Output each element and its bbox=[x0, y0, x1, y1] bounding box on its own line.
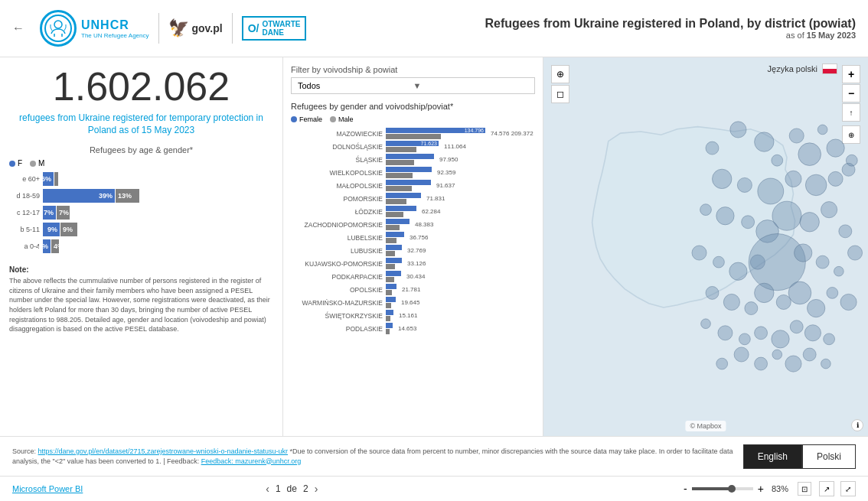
voiv-name: POMORSKIE bbox=[291, 195, 383, 203]
map-bubble bbox=[824, 333, 835, 345]
voiv-row: LUBUSKIE 32.769 bbox=[291, 245, 535, 256]
voiv-name: OPOLSKIE bbox=[291, 286, 383, 294]
note-title: Note: bbox=[9, 265, 273, 274]
female-dot bbox=[9, 161, 15, 167]
voiv-bar-group bbox=[386, 193, 421, 204]
map-bubble bbox=[700, 204, 712, 216]
map-info-button[interactable]: ℹ bbox=[851, 419, 863, 431]
voiv-total: 19.645 bbox=[401, 299, 419, 306]
map-bubble bbox=[776, 294, 791, 309]
unhcr-name: UNHCR bbox=[81, 18, 149, 32]
voiv-male-bar bbox=[386, 290, 392, 295]
age-bars-container: e 60+ 6% d 18-59 39% 13% bbox=[9, 172, 273, 253]
map-bubble bbox=[713, 256, 725, 268]
zoom-level: 83% bbox=[772, 484, 788, 493]
fit-to-screen-button[interactable]: ⊡ bbox=[798, 482, 811, 496]
map-bubble bbox=[701, 319, 711, 329]
total-pages: 2 bbox=[303, 483, 308, 494]
subtitle-text: as of bbox=[786, 31, 804, 40]
map-bubble bbox=[846, 155, 857, 166]
unhcr-emblem bbox=[40, 10, 77, 47]
voiv-name: LUBUSKIE bbox=[291, 247, 383, 255]
voiv-male-legend: Male bbox=[330, 115, 354, 123]
age-row: c 12-17 7% 7% bbox=[9, 206, 273, 220]
voiv-row: ŁÓDZKIE 62.284 bbox=[291, 206, 535, 217]
map-bubble bbox=[817, 125, 827, 135]
voiv-bars-container: MAZOWIECKIE 134.796 74.576 209.372 DOLNO… bbox=[291, 128, 535, 428]
map-bubble bbox=[755, 327, 768, 340]
unhcr-text: UNHCR The UN Refugee Agency bbox=[81, 18, 149, 39]
age-row: b 5-11 9% 9% bbox=[9, 223, 273, 236]
voiv-male-bar bbox=[386, 212, 403, 217]
share-icons: ↗ ⤢ bbox=[819, 481, 856, 496]
voiv-total: 32.769 bbox=[407, 247, 426, 254]
pagination: ‹ 1 de 2 › bbox=[266, 483, 318, 495]
share-button[interactable]: ↗ bbox=[819, 481, 834, 496]
voiv-row: MAŁOPOLSKIE 91.637 bbox=[291, 180, 535, 191]
back-arrow-icon[interactable]: ← bbox=[12, 21, 24, 35]
voiv-row: OPOLSKIE 21.781 bbox=[291, 284, 535, 295]
language-area: Języka polski bbox=[768, 63, 837, 74]
voiv-female-bar bbox=[386, 154, 434, 159]
map-bubble bbox=[808, 299, 825, 317]
map-bubble bbox=[785, 171, 801, 187]
source-link[interactable]: https://dane.gov.pl/en/dataset/2715,zare… bbox=[38, 447, 289, 455]
powerbi-link[interactable]: Microsoft Power BI bbox=[12, 484, 83, 493]
filter-value: Todos bbox=[298, 81, 413, 90]
map-bubble bbox=[755, 283, 774, 302]
voiv-female-bar: 134.796 bbox=[386, 128, 485, 133]
map-visualization bbox=[543, 57, 868, 436]
map-bubble bbox=[805, 174, 827, 196]
map-bubble bbox=[716, 207, 734, 225]
voiv-row: ZACHODNIOPOMORSKIE 48.383 bbox=[291, 219, 535, 230]
gender-legend: F M bbox=[9, 159, 273, 168]
voiv-female-legend: Female bbox=[291, 115, 322, 123]
zoom-plus[interactable]: + bbox=[758, 483, 764, 495]
fullscreen-button[interactable]: ⤢ bbox=[840, 481, 856, 496]
voiv-total: 30.434 bbox=[406, 273, 425, 280]
voiv-female-bar bbox=[386, 206, 416, 211]
filter-label: Filter by voivodship & powiat bbox=[291, 65, 535, 74]
next-page-button[interactable]: › bbox=[315, 483, 318, 495]
voiv-row: WIELKOPOLSKIE 92.359 bbox=[291, 167, 535, 178]
map-bubble bbox=[758, 178, 784, 204]
map-bubble bbox=[839, 225, 852, 238]
voiv-total: 15.161 bbox=[399, 312, 417, 319]
polski-button[interactable]: Polski bbox=[802, 444, 856, 469]
male-bar: 7% bbox=[57, 206, 70, 220]
unhcr-sub: The UN Refugee Agency bbox=[81, 32, 149, 39]
voiv-male-dot bbox=[330, 116, 336, 122]
prev-page-button[interactable]: ‹ bbox=[266, 483, 269, 495]
zoom-thumb[interactable] bbox=[728, 485, 736, 493]
voiv-female-bar bbox=[386, 271, 401, 276]
female-legend: F bbox=[9, 159, 22, 168]
english-button[interactable]: English bbox=[743, 444, 802, 469]
zoom-minus[interactable]: - bbox=[684, 483, 687, 495]
map-bubble bbox=[712, 169, 731, 188]
map-bubble bbox=[785, 356, 801, 372]
voiv-bar-group bbox=[386, 323, 393, 334]
male-bar: 9% bbox=[60, 223, 77, 236]
map-bubble bbox=[723, 294, 739, 310]
map-bubble bbox=[772, 330, 789, 348]
note-section: Note: The above reflects the cummulative… bbox=[9, 265, 273, 334]
voiv-bar-group bbox=[386, 167, 432, 178]
otwarte-dane-logo: O/ OTWARTEDANE bbox=[242, 16, 307, 41]
voiv-row: KUJAWSKO-POMORSKIE 33.126 bbox=[291, 258, 535, 269]
voiv-row: POMORSKIE 71.831 bbox=[291, 193, 535, 204]
zoom-slider[interactable] bbox=[692, 487, 753, 490]
map-bubble bbox=[821, 359, 831, 369]
voiv-total: 74.576 209.372 bbox=[491, 130, 534, 137]
govpl-logo: 🦅 gov.pl bbox=[168, 18, 223, 38]
voiv-male-bar bbox=[386, 316, 390, 321]
feedback-email[interactable]: Feedback: mazurenk@unhcr.org bbox=[201, 457, 302, 465]
feedback-label: Feedback: bbox=[167, 457, 201, 465]
chevron-down-icon: ▼ bbox=[413, 81, 529, 90]
map-bubble bbox=[789, 129, 804, 143]
male-bar bbox=[54, 172, 58, 186]
male-label: M bbox=[38, 159, 44, 168]
voiv-total: 97.950 bbox=[439, 156, 458, 163]
map-bubble bbox=[834, 266, 844, 276]
voiv-male-label: Male bbox=[338, 115, 354, 123]
filter-dropdown[interactable]: Todos ▼ bbox=[291, 77, 535, 94]
